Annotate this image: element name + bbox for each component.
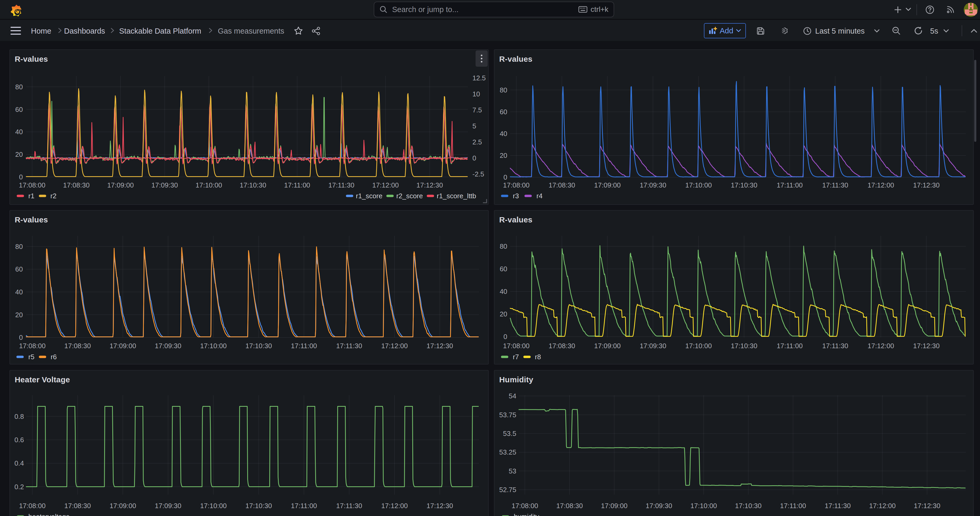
svg-text:r1_score_lttb: r1_score_lttb <box>437 192 476 200</box>
svg-text:17:12:30: 17:12:30 <box>417 181 443 189</box>
svg-text:17:10:30: 17:10:30 <box>245 342 272 350</box>
svg-text:0: 0 <box>473 154 476 162</box>
svg-text:17:11:30: 17:11:30 <box>336 342 362 350</box>
svg-text:17:10:00: 17:10:00 <box>685 181 712 189</box>
svg-text:17:12:30: 17:12:30 <box>913 342 940 350</box>
svg-text:17:11:00: 17:11:00 <box>291 502 317 510</box>
svg-text:r2: r2 <box>50 192 56 200</box>
svg-text:17:12:00: 17:12:00 <box>372 181 399 189</box>
svg-text:17:11:00: 17:11:00 <box>291 342 317 350</box>
svg-text:17:10:00: 17:10:00 <box>200 502 226 510</box>
svg-text:r4: r4 <box>536 192 542 200</box>
svg-text:0.4: 0.4 <box>14 459 24 467</box>
svg-text:10: 10 <box>473 90 480 98</box>
svg-text:17:08:00: 17:08:00 <box>19 181 45 189</box>
svg-text:60: 60 <box>15 105 23 113</box>
svg-text:52.75: 52.75 <box>499 486 516 494</box>
svg-text:0.8: 0.8 <box>14 412 24 420</box>
svg-text:20: 20 <box>500 310 508 318</box>
svg-text:17:09:00: 17:09:00 <box>594 342 621 350</box>
svg-text:17:08:00: 17:08:00 <box>19 342 45 350</box>
svg-text:17:10:30: 17:10:30 <box>240 181 266 189</box>
svg-text:17:11:30: 17:11:30 <box>336 502 362 510</box>
svg-text:17:10:30: 17:10:30 <box>731 181 757 189</box>
svg-text:5: 5 <box>473 122 476 130</box>
svg-text:80: 80 <box>500 242 508 250</box>
svg-text:17:08:30: 17:08:30 <box>64 502 91 510</box>
svg-text:80: 80 <box>15 243 23 250</box>
svg-text:17:09:30: 17:09:30 <box>640 342 666 350</box>
svg-text:17:12:30: 17:12:30 <box>426 502 453 510</box>
svg-text:17:12:30: 17:12:30 <box>914 502 940 510</box>
svg-text:17:09:00: 17:09:00 <box>110 502 136 510</box>
svg-text:17:09:00: 17:09:00 <box>110 342 136 350</box>
svg-text:0.2: 0.2 <box>14 483 24 491</box>
svg-text:17:11:00: 17:11:00 <box>776 342 803 350</box>
svg-text:0: 0 <box>19 173 23 181</box>
svg-text:-2.5: -2.5 <box>473 170 484 178</box>
svg-text:53.25: 53.25 <box>499 448 516 456</box>
svg-text:60: 60 <box>500 108 508 116</box>
svg-text:17:10:30: 17:10:30 <box>245 502 272 510</box>
svg-text:40: 40 <box>500 288 508 295</box>
svg-text:53.5: 53.5 <box>503 430 517 438</box>
svg-text:17:10:30: 17:10:30 <box>731 342 757 350</box>
svg-text:17:09:00: 17:09:00 <box>601 502 627 510</box>
svg-text:0: 0 <box>503 333 507 341</box>
svg-text:2.5: 2.5 <box>473 138 482 146</box>
svg-text:80: 80 <box>500 86 508 94</box>
svg-text:17:09:30: 17:09:30 <box>151 181 178 189</box>
svg-text:12.5: 12.5 <box>473 74 486 82</box>
svg-text:80: 80 <box>15 83 23 91</box>
svg-text:17:11:00: 17:11:00 <box>776 181 803 189</box>
svg-text:17:12:00: 17:12:00 <box>867 342 894 350</box>
svg-text:r3: r3 <box>513 192 519 200</box>
svg-text:17:10:00: 17:10:00 <box>690 502 717 510</box>
svg-text:40: 40 <box>15 128 23 136</box>
svg-text:r1_score: r1_score <box>356 192 382 200</box>
svg-text:17:08:30: 17:08:30 <box>549 181 575 189</box>
svg-text:17:09:00: 17:09:00 <box>107 181 134 189</box>
svg-text:53.75: 53.75 <box>499 411 516 419</box>
svg-text:17:11:30: 17:11:30 <box>328 181 354 189</box>
svg-text:17:08:30: 17:08:30 <box>556 502 583 510</box>
svg-text:40: 40 <box>500 130 508 138</box>
svg-text:17:08:30: 17:08:30 <box>549 342 575 350</box>
svg-text:17:09:30: 17:09:30 <box>155 502 181 510</box>
svg-text:17:09:30: 17:09:30 <box>640 181 666 189</box>
svg-text:17:09:30: 17:09:30 <box>646 502 672 510</box>
svg-text:20: 20 <box>15 150 23 158</box>
svg-text:17:11:30: 17:11:30 <box>822 181 848 189</box>
svg-text:17:11:30: 17:11:30 <box>822 342 848 350</box>
svg-text:20: 20 <box>15 311 23 319</box>
svg-text:17:10:00: 17:10:00 <box>200 342 226 350</box>
svg-text:60: 60 <box>500 265 508 273</box>
svg-text:17:12:00: 17:12:00 <box>381 502 407 510</box>
svg-text:17:08:00: 17:08:00 <box>512 502 538 510</box>
svg-text:17:12:00: 17:12:00 <box>381 342 407 350</box>
svg-text:17:08:00: 17:08:00 <box>19 502 45 510</box>
svg-text:54: 54 <box>509 392 516 400</box>
svg-text:17:10:00: 17:10:00 <box>685 342 712 350</box>
svg-text:17:12:00: 17:12:00 <box>869 502 896 510</box>
svg-text:17:12:30: 17:12:30 <box>913 181 940 189</box>
svg-text:heatervoltage: heatervoltage <box>29 513 70 516</box>
svg-text:0.6: 0.6 <box>14 436 24 444</box>
svg-text:17:08:00: 17:08:00 <box>503 342 530 350</box>
svg-text:17:11:00: 17:11:00 <box>780 502 806 510</box>
svg-text:17:09:00: 17:09:00 <box>594 181 621 189</box>
svg-text:17:08:30: 17:08:30 <box>64 342 91 350</box>
svg-text:r7: r7 <box>513 353 519 361</box>
svg-text:17:08:30: 17:08:30 <box>63 181 89 189</box>
svg-text:53: 53 <box>509 467 516 475</box>
svg-text:40: 40 <box>15 288 23 296</box>
svg-text:17:09:30: 17:09:30 <box>155 342 181 350</box>
svg-text:17:12:30: 17:12:30 <box>426 342 453 350</box>
svg-text:17:10:00: 17:10:00 <box>196 181 222 189</box>
svg-text:17:08:00: 17:08:00 <box>503 181 530 189</box>
svg-text:r2_score: r2_score <box>396 192 423 200</box>
svg-text:0: 0 <box>19 333 23 341</box>
svg-text:17:11:00: 17:11:00 <box>284 181 310 189</box>
svg-text:humidity: humidity <box>514 513 539 516</box>
svg-text:r1: r1 <box>29 192 34 200</box>
